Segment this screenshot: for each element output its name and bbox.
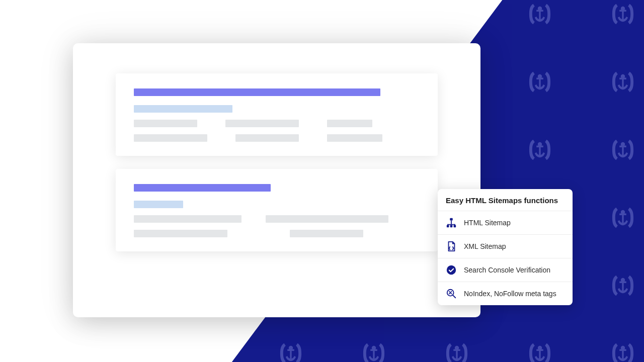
brand-logo-icon — [360, 340, 387, 363]
brand-logo-icon — [609, 272, 636, 299]
brand-logo-icon — [526, 136, 553, 163]
placeholder-bar — [134, 134, 207, 142]
preview-panel-1 — [116, 73, 438, 156]
brand-logo-icon — [28, 340, 55, 363]
placeholder-subtitle-bar — [134, 201, 183, 208]
placeholder-bar — [327, 134, 382, 142]
placeholder-bar — [134, 230, 227, 237]
functions-card: Easy HTML Sitemaps functions HTML Sitema… — [438, 189, 573, 305]
brand-logo-icon — [111, 340, 138, 363]
brand-logo-icon — [277, 1, 304, 28]
brand-logo-icon — [194, 340, 221, 363]
brand-logo-icon — [360, 1, 387, 28]
svg-rect-0 — [450, 218, 453, 221]
brand-logo-icon — [111, 1, 138, 28]
svg-rect-2 — [450, 225, 453, 228]
placeholder-title-bar — [134, 184, 271, 192]
brand-logo-icon — [443, 1, 470, 28]
brand-logo-icon — [526, 68, 553, 96]
brand-logo-icon — [28, 68, 55, 96]
placeholder-bar — [134, 120, 197, 127]
check-circle-icon — [446, 264, 457, 276]
function-item-xml-sitemap[interactable]: XML Sitemap — [438, 234, 573, 258]
function-item-label: NoIndex, NoFollow meta tags — [464, 290, 556, 298]
placeholder-bar — [266, 215, 388, 223]
placeholder-bar — [134, 215, 242, 223]
brand-logo-icon — [609, 136, 636, 163]
brand-logo-icon — [609, 1, 636, 28]
brand-logo-icon — [526, 340, 553, 363]
brand-logo-icon — [28, 272, 55, 299]
brand-logo-icon — [28, 1, 55, 28]
magnifier-x-icon — [446, 288, 457, 299]
brand-logo-icon — [609, 204, 636, 231]
brand-logo-icon — [28, 204, 55, 231]
brand-logo-icon — [609, 340, 636, 363]
placeholder-title-bar — [134, 88, 380, 96]
function-item-label: HTML Sitemap — [464, 219, 511, 227]
function-item-noindex[interactable]: NoIndex, NoFollow meta tags — [438, 282, 573, 305]
placeholder-bar — [235, 134, 299, 142]
brand-logo-icon — [194, 1, 221, 28]
placeholder-bar — [225, 120, 299, 127]
preview-panel-2 — [116, 169, 438, 251]
brand-logo-icon — [28, 136, 55, 163]
placeholder-bar — [327, 120, 372, 127]
placeholder-subtitle-bar — [134, 105, 232, 113]
function-item-label: Search Console Verification — [464, 266, 550, 274]
function-item-label: XML Sitemap — [464, 242, 506, 250]
placeholder-bar — [290, 230, 363, 237]
functions-card-title: Easy HTML Sitemaps functions — [438, 189, 573, 211]
main-preview-card — [73, 43, 480, 317]
function-item-html-sitemap[interactable]: HTML Sitemap — [438, 211, 573, 234]
xml-file-icon — [446, 241, 457, 252]
brand-logo-icon — [609, 68, 636, 96]
sitemap-tree-icon — [446, 217, 457, 228]
brand-logo-icon — [443, 340, 470, 363]
brand-logo-icon — [526, 1, 553, 28]
function-item-search-console[interactable]: Search Console Verification — [438, 258, 573, 282]
brand-logo-icon — [277, 340, 304, 363]
